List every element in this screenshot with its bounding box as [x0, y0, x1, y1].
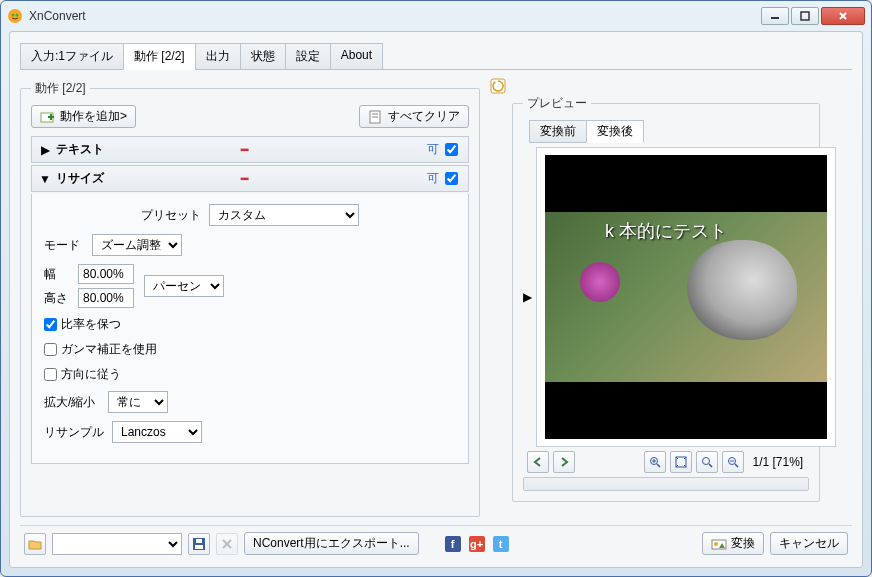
tab-settings[interactable]: 設定	[285, 43, 331, 70]
delete-icon	[216, 533, 238, 555]
minimize-button[interactable]	[761, 7, 789, 25]
svg-rect-26	[196, 539, 202, 543]
googleplus-icon[interactable]: g+	[469, 536, 485, 552]
remove-action-icon[interactable]: ━	[241, 172, 248, 186]
zoom-in-button[interactable]	[644, 451, 666, 473]
social-icons: f g+ t	[445, 536, 509, 552]
paper-icon	[368, 109, 384, 125]
prev-image-button[interactable]	[527, 451, 549, 473]
preset-footer-select[interactable]	[52, 533, 182, 555]
svg-rect-25	[195, 545, 203, 549]
preview-legend: プレビュー	[523, 95, 591, 112]
expand-icon: ▶	[38, 143, 52, 157]
svg-line-15	[657, 464, 660, 467]
window-buttons	[761, 7, 865, 25]
gamma-checkbox[interactable]: ガンマ補正を使用	[44, 341, 157, 358]
mode-label: モード	[44, 237, 84, 254]
facebook-icon[interactable]: f	[445, 536, 461, 552]
maximize-button[interactable]	[791, 7, 819, 25]
twitter-icon[interactable]: t	[493, 536, 509, 552]
resample-label: リサンプル	[44, 424, 104, 441]
add-action-label: 動作を追加>	[60, 108, 127, 125]
scale-select[interactable]: 常に	[108, 391, 168, 413]
keep-ratio-checkbox[interactable]: 比率を保つ	[44, 316, 121, 333]
tab-output[interactable]: 出力	[195, 43, 241, 70]
window-title: XnConvert	[29, 9, 761, 23]
add-action-button[interactable]: 動作を追加>	[31, 105, 136, 128]
preview-counter: 1/1 [71%]	[752, 455, 803, 469]
svg-point-2	[16, 14, 19, 17]
action-row-resize[interactable]: ▼ リサイズ ━ 可	[31, 165, 469, 192]
clear-all-button[interactable]: すべてクリア	[359, 105, 469, 128]
preview-prev-arrow[interactable]: ▶	[523, 290, 532, 304]
svg-rect-4	[801, 12, 809, 20]
save-icon[interactable]	[188, 533, 210, 555]
svg-point-30	[714, 542, 718, 546]
preset-label: プリセット	[141, 207, 201, 224]
preview-area: プレビュー 変換前 変換後 ▶ k 本的にテスト	[490, 80, 852, 517]
preview-canvas: k 本的にテスト	[545, 155, 827, 439]
actions-legend: 動作 [2/2]	[31, 80, 90, 97]
app-window: XnConvert 入力:1ファイル 動作 [2/2] 出力 状態 設定 Abo…	[0, 0, 872, 577]
open-folder-button[interactable]	[24, 533, 46, 555]
tab-about[interactable]: About	[330, 43, 383, 70]
app-icon	[7, 8, 23, 24]
convert-icon	[711, 536, 727, 552]
tab-status[interactable]: 状態	[240, 43, 286, 70]
preset-select[interactable]: カスタム	[209, 204, 359, 226]
orientation-checkbox[interactable]: 方向に従う	[44, 366, 121, 383]
width-label: 幅	[44, 266, 72, 283]
export-nconvert-button[interactable]: NConvert用にエクスポート...	[244, 532, 419, 555]
tab-actions[interactable]: 動作 [2/2]	[123, 43, 196, 70]
action-text-enabled-checkbox[interactable]	[445, 143, 458, 156]
next-image-button[interactable]	[553, 451, 575, 473]
client-area: 入力:1ファイル 動作 [2/2] 出力 状態 設定 About 動作 [2/2…	[9, 31, 863, 568]
scale-label: 拡大/縮小	[44, 394, 100, 411]
svg-point-0	[8, 9, 22, 23]
svg-line-20	[709, 464, 712, 467]
preview-scrollbar[interactable]	[523, 477, 809, 491]
action-text-label: テキスト	[56, 141, 235, 158]
preview-frame: k 本的にテスト	[536, 147, 836, 447]
action-resize-enabled-checkbox[interactable]	[445, 172, 458, 185]
cancel-button[interactable]: キャンセル	[770, 532, 848, 555]
remove-action-icon[interactable]: ━	[241, 143, 248, 157]
resample-select[interactable]: Lanczos	[112, 421, 202, 443]
preview-tab-after[interactable]: 変換後	[586, 120, 644, 143]
convert-label: 変換	[731, 535, 755, 552]
height-label: 高さ	[44, 290, 72, 307]
footer: NConvert用にエクスポート... f g+ t 変換 キャンセル	[20, 525, 852, 561]
close-button[interactable]	[821, 7, 865, 25]
preview-refresh-icon[interactable]	[490, 78, 506, 94]
resize-settings: プリセット カスタム モード ズーム調整 幅	[31, 194, 469, 464]
height-input[interactable]	[78, 288, 134, 308]
actions-group: 動作 [2/2] 動作を追加> すべてクリア ▶ テキスト ━	[20, 80, 480, 517]
preview-group: プレビュー 変換前 変換後 ▶ k 本的にテスト	[512, 95, 820, 502]
plus-icon	[40, 109, 56, 125]
width-input[interactable]	[78, 264, 134, 284]
action-text-badge: 可	[427, 141, 439, 158]
unit-select[interactable]: パーセント	[144, 275, 224, 297]
preview-tab-before[interactable]: 変換前	[529, 120, 587, 143]
titlebar: XnConvert	[1, 1, 871, 31]
svg-point-19	[703, 458, 710, 465]
action-resize-badge: 可	[427, 170, 439, 187]
collapse-icon: ▼	[38, 172, 52, 186]
convert-button[interactable]: 変換	[702, 532, 764, 555]
tab-input[interactable]: 入力:1ファイル	[20, 43, 124, 70]
preview-overlay-text: k 本的にテスト	[605, 219, 727, 243]
svg-point-1	[12, 14, 15, 17]
zoom-actual-button[interactable]	[696, 451, 718, 473]
mode-select[interactable]: ズーム調整	[92, 234, 182, 256]
action-row-text[interactable]: ▶ テキスト ━ 可	[31, 136, 469, 163]
zoom-fit-button[interactable]	[670, 451, 692, 473]
cancel-label: キャンセル	[779, 535, 839, 552]
svg-line-22	[735, 464, 738, 467]
action-resize-label: リサイズ	[56, 170, 235, 187]
zoom-out-button[interactable]	[722, 451, 744, 473]
main-tabs: 入力:1ファイル 動作 [2/2] 出力 状態 設定 About	[20, 42, 852, 70]
preview-controls: 1/1 [71%]	[523, 451, 809, 473]
clear-all-label: すべてクリア	[388, 108, 460, 125]
